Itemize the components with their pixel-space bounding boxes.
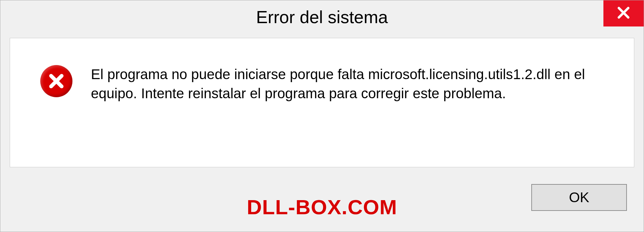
close-button[interactable] xyxy=(603,0,644,26)
dialog-title: Error del sistema xyxy=(256,7,388,27)
titlebar: Error del sistema xyxy=(0,0,644,34)
close-icon xyxy=(616,6,631,21)
error-icon xyxy=(40,65,72,97)
footer: DLL-BOX.COM OK xyxy=(0,173,644,232)
ok-button[interactable]: OK xyxy=(531,184,627,211)
watermark-text: DLL-BOX.COM xyxy=(247,195,397,219)
error-message: El programa no puede iniciarse porque fa… xyxy=(91,65,601,103)
content-panel: El programa no puede iniciarse porque fa… xyxy=(10,38,634,167)
